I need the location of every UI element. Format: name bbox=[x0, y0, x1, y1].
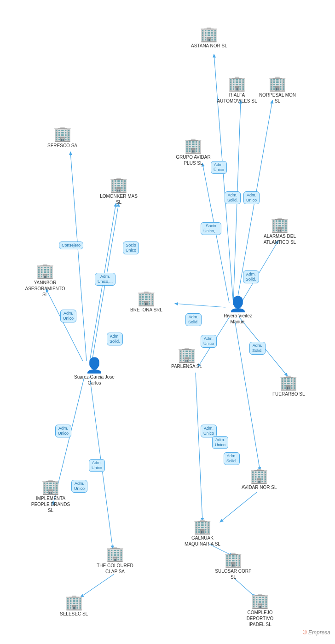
building-icon-the-clap: 🏢 bbox=[106, 546, 124, 561]
badge-adm-unico-10: Adm.Unico bbox=[71, 480, 87, 493]
node-yannbor[interactable]: 🏢 YANNBOR ASESORAMIENTO SL bbox=[24, 264, 66, 298]
node-astana[interactable]: 🏢 ASTANA NOR SL bbox=[191, 27, 227, 49]
building-icon-galnuak: 🏢 bbox=[193, 519, 212, 534]
node-selesec[interactable]: 🏢 SELESEC SL bbox=[60, 595, 88, 617]
building-icon-seresco: 🏢 bbox=[53, 126, 72, 141]
node-the-clap[interactable]: 🏢 THE COLOURED CLAP SA bbox=[94, 546, 136, 575]
building-icon-parlensa: 🏢 bbox=[178, 347, 196, 362]
node-parlensa[interactable]: 🏢 PARLENSA SL bbox=[171, 347, 202, 369]
node-grupo-avidar[interactable]: 🏢 GRUPO AVIDAR PLUS SL bbox=[173, 138, 214, 166]
building-icon-fuerarbo: 🏢 bbox=[279, 375, 298, 390]
building-icon-grupo-avidar: 🏢 bbox=[184, 138, 202, 153]
label-suarez: Suarez Garcia Jose Carlos bbox=[74, 374, 115, 386]
badge-socio-unico-1: SocioÚnico,... bbox=[201, 222, 221, 235]
label-rialfa: RIALFA AUTOMOVILES SL bbox=[216, 92, 258, 104]
node-lomonker[interactable]: 🏢 LOMONKER MAS SL bbox=[98, 177, 139, 205]
svg-line-15 bbox=[81, 574, 114, 597]
label-rivera: Rivera Vieitez Manuel bbox=[217, 313, 259, 325]
label-astana: ASTANA NOR SL bbox=[191, 43, 227, 49]
person-icon-suarez: 👤 bbox=[85, 358, 104, 373]
building-icon-avidar-nor: 🏢 bbox=[250, 468, 268, 483]
building-icon-rialfa: 🏢 bbox=[228, 76, 246, 91]
svg-line-12 bbox=[46, 289, 83, 361]
label-complejo: COMPLEJO DEPORTIVO IPADEL SL bbox=[239, 610, 281, 627]
label-implementa: IMPLEMENTA PEOPLE BRANDS SL bbox=[30, 495, 71, 513]
watermark: © Empresa bbox=[303, 629, 330, 636]
badge-adm-unico-7: Adm.Unico bbox=[212, 436, 228, 449]
badge-adm-unico-8: Adm.Unico bbox=[55, 425, 71, 437]
badge-adm-solid-2: Adm.Solid. bbox=[243, 270, 259, 283]
label-grupo-avidar: GRUPO AVIDAR PLUS SL bbox=[173, 154, 214, 166]
badge-adm-solid-4: Adm.Solid. bbox=[185, 313, 202, 326]
graph-container: 🏢 ASTANA NOR SL 🏢 RIALFA AUTOMOVILES SL … bbox=[0, 0, 335, 639]
badge-adm-unico-4: Adm.Unico bbox=[60, 310, 76, 322]
badge-adm-unico-5: Adm.Unico bbox=[201, 335, 217, 348]
node-rivera[interactable]: 👤 Rivera Vieitez Manuel bbox=[217, 297, 259, 325]
node-implementa[interactable]: 🏢 IMPLEMENTA PEOPLE BRANDS SL bbox=[30, 479, 71, 513]
badge-adm-solid-1: Adm.Solid. bbox=[225, 191, 241, 204]
building-icon-complejo: 🏢 bbox=[251, 593, 269, 608]
label-avidar-nor: AVIDAR NOR SL bbox=[242, 484, 277, 490]
badge-adm-unico-1: Adm.Único bbox=[211, 161, 227, 174]
label-yannbor: YANNBOR ASESORAMIENTO SL bbox=[24, 280, 66, 298]
label-sulosar: SULOSAR CORP SL bbox=[213, 568, 254, 580]
building-icon-norpesal: 🏢 bbox=[268, 76, 287, 91]
node-complejo[interactable]: 🏢 COMPLEJO DEPORTIVO IPADEL SL bbox=[239, 593, 281, 627]
node-avidar-nor[interactable]: 🏢 AVIDAR NOR SL bbox=[242, 468, 277, 490]
label-lomonker: LOMONKER MAS SL bbox=[98, 193, 139, 205]
label-seresco: SERESCO SA bbox=[47, 143, 77, 149]
node-rialfa[interactable]: 🏢 RIALFA AUTOMOVILES SL bbox=[216, 76, 258, 104]
svg-line-17 bbox=[220, 492, 257, 522]
svg-line-16 bbox=[196, 373, 202, 521]
label-parlensa: PARLENSA SL bbox=[171, 363, 202, 369]
label-alarmas: ALARMAS DEL ATLANTICO SL bbox=[259, 233, 300, 245]
building-icon-selesec: 🏢 bbox=[65, 595, 83, 610]
label-selesec: SELESEC SL bbox=[60, 611, 88, 617]
label-bretona: BRETONA SRL bbox=[130, 307, 162, 313]
building-icon-implementa: 🏢 bbox=[41, 479, 60, 494]
building-icon-sulosar: 🏢 bbox=[224, 552, 243, 567]
node-suarez[interactable]: 👤 Suarez Garcia Jose Carlos bbox=[74, 358, 115, 386]
badge-adm-unico-6: Adm.Unico bbox=[201, 425, 217, 437]
node-fuerarbo[interactable]: 🏢 FUERARBO SL bbox=[272, 375, 305, 397]
badge-adm-unico-3: Adm.Unico,... bbox=[95, 273, 116, 286]
node-alarmas[interactable]: 🏢 ALARMAS DEL ATLANTICO SL bbox=[259, 217, 300, 245]
badge-adm-unico-2: Adm.Único bbox=[243, 191, 260, 204]
badge-adm-solid-5: Adm.Solid. bbox=[249, 342, 266, 355]
building-icon-yannbor: 🏢 bbox=[36, 264, 54, 278]
badge-adm-solid-3: Adm.Solid. bbox=[107, 333, 123, 345]
node-sulosar[interactable]: 🏢 SULOSAR CORP SL bbox=[213, 552, 254, 580]
badge-adm-solid-6: Adm.Solid. bbox=[224, 452, 240, 465]
building-icon-alarmas: 🏢 bbox=[271, 217, 289, 232]
svg-line-9 bbox=[70, 152, 87, 361]
node-seresco[interactable]: 🏢 SERESCO SA bbox=[47, 126, 77, 149]
node-galnuak[interactable]: 🏢 GALNUAK MAQUINARIA SL bbox=[182, 519, 223, 547]
person-icon-rivera: 👤 bbox=[229, 297, 247, 311]
badge-socio-unico-2: SocioÚnico bbox=[123, 242, 139, 254]
badge-adm-unico-9: Adm.Unico bbox=[89, 459, 105, 472]
node-bretona[interactable]: 🏢 BRETONA SRL bbox=[130, 291, 162, 313]
badge-consejero: Consejero bbox=[59, 242, 83, 249]
building-icon-lomonker: 🏢 bbox=[110, 177, 128, 192]
label-norpesal: NORPESAL MON SL bbox=[257, 92, 298, 104]
building-icon-bretona: 🏢 bbox=[137, 291, 156, 305]
label-galnuak: GALNUAK MAQUINARIA SL bbox=[182, 535, 223, 547]
node-norpesal[interactable]: 🏢 NORPESAL MON SL bbox=[257, 76, 298, 104]
label-fuerarbo: FUERARBO SL bbox=[272, 391, 305, 397]
building-icon-astana: 🏢 bbox=[200, 27, 218, 41]
label-the-clap: THE COLOURED CLAP SA bbox=[94, 563, 136, 575]
